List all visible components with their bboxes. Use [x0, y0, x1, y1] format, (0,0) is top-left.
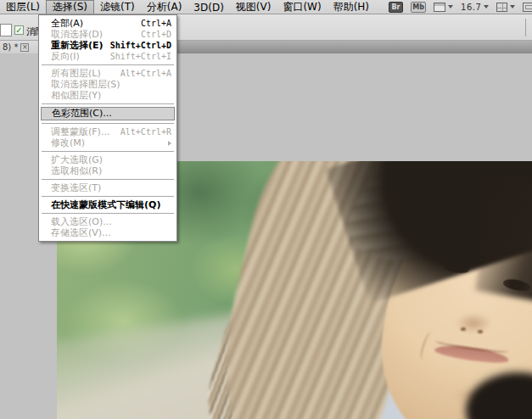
menu-item-0[interactable]: 全部(A)Ctrl+A — [40, 18, 176, 29]
view-extras-button[interactable] — [434, 3, 453, 12]
menu-item-label: 反向(I) — [51, 51, 105, 62]
menu-item-5: 所有图层(L)Alt+Ctrl+A — [40, 68, 176, 79]
menu-item-label: 色彩范围(C)... — [52, 108, 170, 120]
menu-item-label: 载入选区(O)... — [51, 216, 171, 227]
close-icon[interactable] — [20, 43, 29, 52]
menu-item-label: 重新选择(E) — [51, 40, 105, 51]
menu-item-label: 修改(M) — [51, 137, 171, 148]
menu-item-shortcut: Ctrl+A — [141, 18, 171, 29]
menubar-item-7[interactable]: 帮助(H) — [328, 0, 375, 14]
chevron-down-icon — [510, 5, 515, 8]
menu-item-label: 变换选区(T) — [51, 182, 171, 193]
menu-item-15: 选取相似(R) — [40, 165, 176, 176]
menu-item-7: 相似图层(Y) — [40, 90, 176, 101]
options-bar-separator — [525, 19, 526, 36]
menubar-item-6[interactable]: 窗口(W) — [277, 0, 327, 14]
tolerance-field[interactable] — [0, 24, 12, 36]
menu-item-12: 修改(M) — [40, 137, 176, 148]
menu-item-shortcut: Shift+Ctrl+D — [110, 40, 171, 51]
zoom-level-dropdown[interactable]: 16.7 — [461, 3, 489, 12]
menubar-item-4[interactable]: 3D(D) — [188, 0, 229, 14]
mb-icon: Mb — [411, 2, 426, 13]
arrange-documents-button[interactable] — [496, 3, 515, 12]
anti-alias-checkbox[interactable] — [14, 25, 24, 35]
menu-item-3: 反向(I)Shift+Ctrl+I — [40, 51, 176, 62]
menu-item-label: 所有图层(L) — [51, 68, 115, 79]
menu-separator — [42, 213, 174, 214]
menu-item-1: 取消选择(D)Ctrl+D — [40, 29, 176, 40]
menu-item-6: 取消选择图层(S) — [40, 79, 176, 90]
bridge-icon: Br — [389, 2, 403, 13]
menu-item-shortcut: Ctrl+D — [141, 29, 171, 40]
menubar-item-2[interactable]: 滤镜(T) — [94, 0, 141, 14]
screen-mode-icon — [523, 3, 532, 12]
menu-separator — [42, 151, 174, 152]
menu-item-17: 变换选区(T) — [40, 182, 176, 193]
application-bar: Br Mb 16.7 — [389, 0, 532, 14]
document-tab-label: 8) * — [3, 42, 18, 52]
mb-button[interactable]: Mb — [411, 2, 426, 13]
menu-separator — [42, 64, 174, 65]
menu-item-shortcut: Alt+Ctrl+A — [120, 68, 171, 79]
menu-item-shortcut: Shift+Ctrl+I — [110, 51, 171, 62]
menu-separator — [42, 103, 174, 104]
photoshop-window: 图层(L)选择(S)滤镜(T)分析(A)3D(D)视图(V)窗口(W)帮助(H)… — [0, 0, 532, 419]
menu-item-22: 存储选区(V)... — [40, 227, 176, 238]
menu-separator — [42, 196, 174, 197]
photo-nostril-right — [478, 330, 483, 333]
menu-item-label: 在快速蒙版模式下编辑(Q) — [51, 199, 171, 210]
menu-item-21: 载入选区(O)... — [40, 216, 176, 227]
menu-item-label: 选取相似(R) — [51, 165, 171, 176]
menu-item-14: 扩大选取(G) — [40, 154, 176, 165]
screen-mode-button[interactable] — [523, 3, 532, 12]
zoom-level-value: 16.7 — [461, 3, 481, 12]
menu-item-label: 相似图层(Y) — [51, 90, 171, 101]
menu-item-label: 存储选区(V)... — [51, 227, 171, 238]
menu-item-label: 全部(A) — [51, 18, 136, 29]
view-extras-icon — [434, 3, 445, 12]
menu-item-shortcut: Alt+Ctrl+R — [120, 126, 171, 137]
submenu-arrow-icon — [168, 141, 171, 146]
menu-item-11: 调整蒙版(F)...Alt+Ctrl+R — [40, 126, 176, 137]
menu-separator — [42, 179, 174, 180]
menu-item-label: 调整蒙版(F)... — [51, 126, 115, 137]
menubar-item-3[interactable]: 分析(A) — [141, 0, 188, 14]
menu-item-label: 取消选择(D) — [51, 29, 136, 40]
chevron-down-icon — [484, 5, 489, 8]
select-menu-dropdown: 全部(A)Ctrl+A取消选择(D)Ctrl+D重新选择(E)Shift+Ctr… — [38, 14, 177, 242]
menubar-items: 图层(L)选择(S)滤镜(T)分析(A)3D(D)视图(V)窗口(W)帮助(H) — [0, 0, 375, 14]
launch-bridge-button[interactable]: Br — [389, 2, 403, 13]
menu-item-2[interactable]: 重新选择(E)Shift+Ctrl+D — [40, 40, 176, 51]
menu-item-label: 取消选择图层(S) — [51, 79, 171, 90]
menu-item-19[interactable]: 在快速蒙版模式下编辑(Q) — [40, 199, 176, 210]
menu-item-label: 扩大选取(G) — [51, 154, 171, 165]
chevron-down-icon — [448, 5, 453, 8]
menubar-item-1[interactable]: 选择(S) — [46, 0, 94, 14]
menubar-item-5[interactable]: 视图(V) — [230, 0, 277, 14]
arrange-documents-icon — [496, 3, 507, 12]
menu-bar: 图层(L)选择(S)滤镜(T)分析(A)3D(D)视图(V)窗口(W)帮助(H)… — [0, 0, 532, 14]
menu-item-9[interactable]: 色彩范围(C)... — [41, 107, 175, 120]
menu-separator — [42, 123, 174, 124]
menubar-item-0[interactable]: 图层(L) — [0, 0, 46, 14]
